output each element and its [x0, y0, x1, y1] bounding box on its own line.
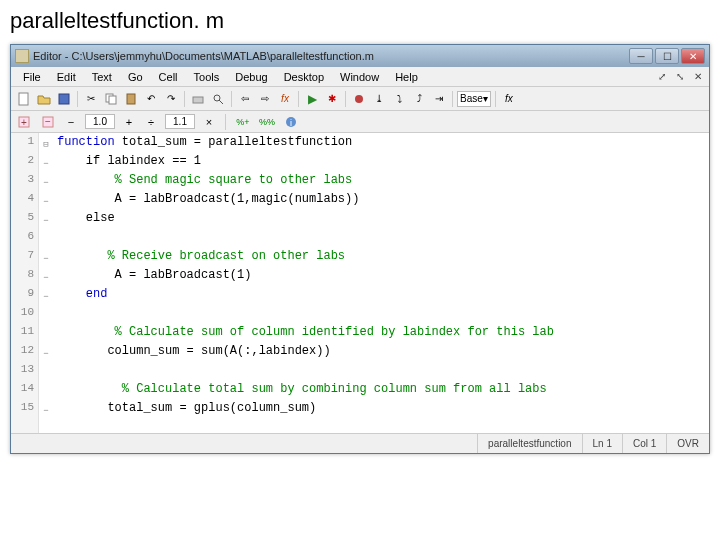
breakpoint-icon[interactable]	[350, 90, 368, 108]
menu-cell[interactable]: Cell	[151, 69, 186, 85]
fold-marker[interactable]: −	[39, 192, 53, 211]
fold-marker[interactable]: −	[39, 268, 53, 287]
paste-icon[interactable]	[122, 90, 140, 108]
code-line[interactable]: total_sum = gplus(column_sum)	[53, 401, 709, 420]
code-line[interactable]: % Send magic square to other labs	[53, 173, 709, 192]
editor-area[interactable]: 123456789101112131415 ⊟−−−−−−−−− functio…	[11, 133, 709, 433]
code-line[interactable]: column_sum = sum(A(:,labindex))	[53, 344, 709, 363]
save-icon[interactable]	[55, 90, 73, 108]
step-in-icon[interactable]: ⤵	[390, 90, 408, 108]
status-ovr[interactable]: OVR	[666, 434, 709, 453]
menu-tools[interactable]: Tools	[186, 69, 228, 85]
code-line[interactable]: % Calculate total sum by combining colum…	[53, 382, 709, 401]
svg-rect-1	[59, 94, 69, 104]
toolbar-separator	[184, 91, 185, 107]
line-number: 14	[11, 382, 38, 401]
run-section-icon[interactable]: ✱	[323, 90, 341, 108]
print-icon[interactable]	[189, 90, 207, 108]
stack-dropdown[interactable]: Base ▾	[457, 91, 491, 107]
menu-debug[interactable]: Debug	[227, 69, 275, 85]
divide-button[interactable]: ÷	[143, 114, 159, 130]
fold-marker[interactable]: −	[39, 287, 53, 306]
fold-marker[interactable]	[39, 325, 53, 344]
step-out-icon[interactable]: ⤴	[410, 90, 428, 108]
menu-go[interactable]: Go	[120, 69, 151, 85]
fold-marker[interactable]	[39, 382, 53, 401]
close-panel-icon[interactable]: ✕	[691, 70, 705, 84]
svg-point-8	[355, 95, 363, 103]
code-line[interactable]: % Receive broadcast on other labs	[53, 249, 709, 268]
back-icon[interactable]: ⇦	[236, 90, 254, 108]
code-line[interactable]: A = labBroadcast(1,magic(numlabs))	[53, 192, 709, 211]
fx-insert-icon[interactable]: fx	[500, 90, 518, 108]
fold-marker[interactable]: −	[39, 249, 53, 268]
forward-icon[interactable]: ⇨	[256, 90, 274, 108]
run-icon[interactable]: ▶	[303, 90, 321, 108]
line-number: 9	[11, 287, 38, 306]
cell-plus-icon[interactable]: +	[15, 113, 33, 131]
fold-marker[interactable]: −	[39, 211, 53, 230]
close-button[interactable]: ✕	[681, 48, 705, 64]
fold-marker[interactable]: ⊟	[39, 135, 53, 154]
code-line[interactable]	[53, 306, 709, 325]
app-icon	[15, 49, 29, 63]
menu-window[interactable]: Window	[332, 69, 387, 85]
menu-edit[interactable]: Edit	[49, 69, 84, 85]
dock-icon[interactable]: ⤡	[673, 70, 687, 84]
fold-marker[interactable]	[39, 363, 53, 382]
svg-rect-5	[193, 97, 203, 103]
status-line: Ln 1	[582, 434, 622, 453]
code-line[interactable]: end	[53, 287, 709, 306]
increment-value-1[interactable]	[85, 114, 115, 129]
copy-icon[interactable]	[102, 90, 120, 108]
fold-marker[interactable]	[39, 306, 53, 325]
decrement-button[interactable]: −	[63, 114, 79, 130]
code-content[interactable]: function total_sum = paralleltestfunctio…	[53, 133, 709, 433]
code-line[interactable]: % Calculate sum of column identified by …	[53, 325, 709, 344]
fold-marker[interactable]: −	[39, 173, 53, 192]
continue-icon[interactable]: ⇥	[430, 90, 448, 108]
step-icon[interactable]: ⤓	[370, 90, 388, 108]
code-line[interactable]: function total_sum = paralleltestfunctio…	[53, 135, 709, 154]
code-line[interactable]	[53, 363, 709, 382]
redo-icon[interactable]: ↷	[162, 90, 180, 108]
info-icon[interactable]: i	[282, 113, 300, 131]
minimize-button[interactable]: ─	[629, 48, 653, 64]
increment-button[interactable]: +	[121, 114, 137, 130]
fold-marker[interactable]: −	[39, 154, 53, 173]
cut-icon[interactable]: ✂	[82, 90, 100, 108]
svg-rect-0	[19, 93, 28, 105]
code-line[interactable]: else	[53, 211, 709, 230]
code-line[interactable]: A = labBroadcast(1)	[53, 268, 709, 287]
fold-marker[interactable]	[39, 230, 53, 249]
svg-text:−: −	[45, 116, 51, 127]
svg-rect-4	[127, 94, 135, 104]
fold-marker[interactable]: −	[39, 344, 53, 363]
menu-desktop[interactable]: Desktop	[276, 69, 332, 85]
open-file-icon[interactable]	[35, 90, 53, 108]
status-column: Col 1	[622, 434, 666, 453]
menu-help[interactable]: Help	[387, 69, 426, 85]
menu-file[interactable]: File	[15, 69, 49, 85]
code-line[interactable]	[53, 230, 709, 249]
percent-plus-icon[interactable]: %+	[234, 113, 252, 131]
titlebar[interactable]: Editor - C:\Users\jemmyhu\Documents\MATL…	[11, 45, 709, 67]
percent-percent-icon[interactable]: %%	[258, 113, 276, 131]
find-icon[interactable]	[209, 90, 227, 108]
increment-value-2[interactable]	[165, 114, 195, 129]
fold-marker[interactable]: −	[39, 401, 53, 420]
cell-minus-icon[interactable]: −	[39, 113, 57, 131]
toolbar-separator	[225, 114, 226, 130]
undo-icon[interactable]: ↶	[142, 90, 160, 108]
maximize-button[interactable]: ☐	[655, 48, 679, 64]
undock-icon[interactable]: ⤢	[655, 70, 669, 84]
fold-column[interactable]: ⊟−−−−−−−−−	[39, 133, 53, 433]
menu-text[interactable]: Text	[84, 69, 120, 85]
svg-text:i: i	[290, 118, 292, 128]
toolbar-separator	[231, 91, 232, 107]
toolbar-separator	[345, 91, 346, 107]
fx-icon[interactable]: fx	[276, 90, 294, 108]
multiply-button[interactable]: ×	[201, 114, 217, 130]
new-file-icon[interactable]	[15, 90, 33, 108]
code-line[interactable]: if labindex == 1	[53, 154, 709, 173]
